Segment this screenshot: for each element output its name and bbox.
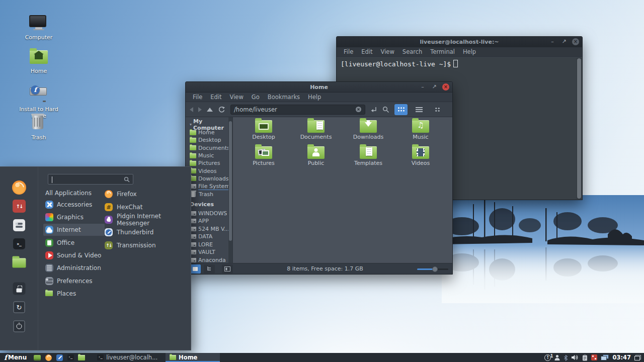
notifications-icon[interactable]: !1 xyxy=(544,354,551,361)
sidebar-item-downloads[interactable]: Downloads xyxy=(190,175,232,183)
folder-videos[interactable]: Videos xyxy=(412,146,430,172)
network-icon[interactable] xyxy=(601,354,609,361)
scrollbar-thumb[interactable] xyxy=(577,58,581,199)
menu-edit[interactable]: Edit xyxy=(357,48,376,55)
folder-downloads[interactable]: Downloads xyxy=(353,120,383,146)
search-icon[interactable] xyxy=(382,106,389,113)
app-transmission[interactable]: ↑↓Transmission xyxy=(105,239,188,251)
folder-templates[interactable]: Templates xyxy=(354,146,382,172)
menu-help[interactable]: Help xyxy=(459,48,480,55)
menu-file[interactable]: File xyxy=(340,48,357,55)
category-office[interactable]: Office xyxy=(43,237,105,249)
sidebar-item-trash[interactable]: Trash xyxy=(190,190,232,198)
sidebar-scrollbar[interactable] xyxy=(228,117,232,263)
list-view-button[interactable] xyxy=(413,104,426,115)
app-pidgin[interactable]: Pidgin Internet Messenger xyxy=(105,214,188,226)
settings-launcher[interactable] xyxy=(13,219,25,231)
folder-desktop[interactable]: Desktop xyxy=(252,120,275,146)
places-pane-button[interactable] xyxy=(190,264,201,274)
volume-icon[interactable] xyxy=(572,354,579,360)
category-internet[interactable]: Internet xyxy=(43,224,105,236)
removable-media-icon[interactable] xyxy=(591,354,597,360)
menu-go[interactable]: Go xyxy=(248,94,264,101)
transmission-launcher[interactable]: ↑↓ xyxy=(13,200,26,213)
sidebar-item-documents[interactable]: Documents xyxy=(190,144,232,152)
shutdown-button[interactable] xyxy=(14,321,25,332)
slider-handle[interactable] xyxy=(432,266,438,272)
terminal-launcher[interactable]: »_ xyxy=(13,238,25,249)
user-icon[interactable] xyxy=(554,354,560,360)
icon-view-button[interactable] xyxy=(394,104,408,115)
category-all-applications[interactable]: All Applications xyxy=(43,187,105,199)
menu-search-box[interactable] xyxy=(48,174,133,185)
category-places[interactable]: Places xyxy=(43,288,105,300)
fm-titlebar[interactable]: Home – ↗ × xyxy=(186,82,452,93)
sidebar-device[interactable]: WINDOWS xyxy=(190,210,232,218)
clear-path-icon[interactable] xyxy=(355,106,362,113)
menu-edit[interactable]: Edit xyxy=(206,94,225,101)
zoom-slider[interactable] xyxy=(417,265,448,273)
desktop-icon-trash[interactable]: Trash xyxy=(19,114,59,141)
menu-bookmarks[interactable]: Bookmarks xyxy=(264,94,304,101)
folder-documents[interactable]: Documents xyxy=(300,120,332,146)
sidebar-device[interactable]: Anaconda xyxy=(190,256,232,263)
files-quicklaunch[interactable] xyxy=(77,353,86,361)
path-field[interactable]: /home/liveuser xyxy=(230,105,365,115)
close-button[interactable]: × xyxy=(442,83,449,90)
sidebar-device[interactable]: VAULT xyxy=(190,248,232,256)
close-button[interactable]: × xyxy=(572,38,579,45)
forward-icon[interactable] xyxy=(198,107,202,112)
sidebar-group-devices[interactable]: Devices xyxy=(190,200,232,209)
file-manager-launcher[interactable] xyxy=(13,258,26,268)
folder-music[interactable]: ♫ Music xyxy=(412,120,429,146)
app-firefox[interactable]: Firefox xyxy=(105,188,188,200)
firefox-launcher[interactable] xyxy=(12,180,26,195)
compact-view-button[interactable] xyxy=(431,104,444,115)
terminal-titlebar[interactable]: liveuser@localhost-live:~ – ↗ × xyxy=(337,37,582,47)
category-administration[interactable]: Administration xyxy=(43,262,105,274)
firefox-quicklaunch[interactable] xyxy=(44,353,53,361)
lock-screen-button[interactable] xyxy=(13,283,26,295)
terminal-quicklaunch[interactable]: ›_ xyxy=(66,353,75,361)
minimize-button[interactable]: – xyxy=(549,38,556,45)
minimize-button[interactable]: – xyxy=(419,83,426,90)
up-icon[interactable] xyxy=(207,108,213,112)
desktop-icon-computer[interactable]: Computer xyxy=(19,15,59,41)
app-hexchat[interactable]: #HexChat xyxy=(105,201,188,213)
menu-search[interactable]: Search xyxy=(398,48,427,55)
sidebar-item-file-system[interactable]: File System xyxy=(190,183,232,190)
task-home[interactable]: Home xyxy=(166,353,220,362)
sidebar-item-music[interactable]: Music xyxy=(190,152,232,159)
sidebar-device[interactable]: APP xyxy=(190,217,232,225)
desktop-icon-home[interactable]: Home xyxy=(19,48,59,74)
new-tab-icon[interactable] xyxy=(370,106,377,113)
sidebar-item-desktop[interactable]: Desktop xyxy=(190,136,232,144)
folder-pictures[interactable]: Pictures xyxy=(253,146,275,172)
clock[interactable]: 03:47 xyxy=(612,354,631,361)
sidebar-device[interactable]: DATA xyxy=(190,233,232,241)
app-thunderbird[interactable]: Thunderbird xyxy=(105,226,188,238)
split-view-button[interactable] xyxy=(222,264,233,274)
maximize-button[interactable]: ↗ xyxy=(431,83,438,90)
tree-pane-button[interactable] xyxy=(204,264,215,274)
show-desktop-button[interactable] xyxy=(33,353,42,361)
category-graphics[interactable]: Graphics xyxy=(43,211,105,223)
fm-file-area[interactable]: Desktop Documents Downloads ♫ Music Pict… xyxy=(233,117,452,263)
bluetooth-icon[interactable] xyxy=(564,354,568,361)
sidebar-item-videos[interactable]: Videos xyxy=(190,167,232,174)
search-input[interactable] xyxy=(48,174,133,184)
menu-view[interactable]: View xyxy=(377,48,398,55)
back-icon[interactable] xyxy=(190,107,193,112)
editor-quicklaunch[interactable] xyxy=(55,353,64,361)
menu-view[interactable]: View xyxy=(226,94,248,101)
sidebar-device[interactable]: LORE xyxy=(190,241,232,249)
category-accessories[interactable]: Accessories xyxy=(43,199,105,211)
category-sound-video[interactable]: Sound & Video xyxy=(43,249,105,261)
folder-public[interactable]: Public xyxy=(307,146,325,172)
sidebar-device[interactable]: 524 MB V... xyxy=(190,225,232,233)
menu-file[interactable]: File xyxy=(189,94,206,101)
scrollbar-thumb[interactable] xyxy=(229,121,232,241)
terminal-scrollbar[interactable] xyxy=(577,58,582,199)
logout-button[interactable]: ↻ xyxy=(14,302,25,313)
maximize-button[interactable]: ↗ xyxy=(560,38,568,45)
